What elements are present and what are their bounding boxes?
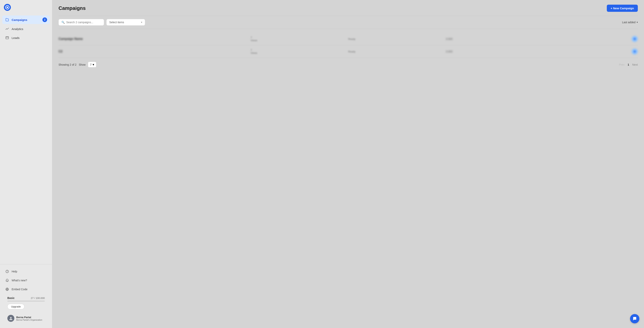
select-items-dropdown[interactable]: Select items ▾ — [106, 19, 145, 25]
sidebar-item-embed-code[interactable]: Embed Code — [2, 285, 50, 293]
show-value: 7 — [90, 63, 92, 66]
action-badge — [632, 48, 638, 55]
select-items-label: Select items — [109, 21, 140, 24]
sort-arrow-icon: ▾ — [637, 21, 638, 24]
show-chevron-icon: ▾ — [92, 63, 94, 66]
sidebar-nav: Campaigns 2 Analytics Leads — [0, 15, 52, 264]
pagination-left: Showing 2 of 2 Show 7 ▾ — [58, 62, 96, 67]
help-icon: ? — [5, 269, 9, 274]
views-cell: 7 Views — [250, 36, 345, 42]
pagination-right: Prev 1 Next — [619, 63, 638, 66]
search-icon: 🔍 — [62, 21, 65, 24]
action-badge — [632, 36, 638, 42]
chat-icon — [632, 317, 637, 321]
plan-name: Basic — [7, 297, 14, 300]
analytics-icon — [5, 27, 9, 31]
logo-circle — [4, 4, 11, 11]
next-page-button[interactable]: Next — [632, 63, 638, 66]
chevron-down-icon: ▾ — [141, 21, 142, 24]
svg-rect-0 — [6, 36, 8, 39]
svg-point-10 — [10, 317, 12, 319]
plan-progress-bar — [7, 301, 45, 302]
sidebar-item-help[interactable]: ? Help — [2, 267, 50, 276]
campaign-name: Campaign Name — [58, 37, 248, 41]
upgrade-button[interactable]: Upgrade — [7, 304, 24, 310]
embed-code-label: Embed Code — [12, 288, 28, 291]
sidebar: Campaigns 2 Analytics Leads — [0, 0, 52, 328]
svg-text:?: ? — [6, 271, 8, 273]
analytics-label: Analytics — [12, 27, 47, 30]
sidebar-item-campaigns[interactable]: Campaigns 2 — [2, 15, 50, 24]
main-header: Campaigns + New Campaign — [52, 0, 644, 16]
new-campaign-button[interactable]: + New Campaign — [607, 5, 638, 12]
status-cell: Ready — [348, 37, 443, 40]
page-number[interactable]: 1 — [628, 63, 629, 66]
plan-usage: 27 / 100.000 — [31, 297, 45, 300]
bell-icon — [5, 278, 9, 283]
page-title: Campaigns — [58, 5, 86, 11]
user-info: Berna Partal Berna Partal's Organization — [16, 316, 42, 321]
table-row: C2 7 Views Ready 3.000 — [58, 45, 638, 58]
count-cell: 3.000 — [446, 50, 540, 53]
views-cell: 7 Views — [250, 49, 345, 54]
search-input[interactable] — [66, 21, 101, 24]
showing-text: Showing 2 of 2 — [58, 63, 76, 66]
user-section[interactable]: Berna Partal Berna Partal's Organization — [5, 313, 48, 324]
chat-button[interactable] — [630, 314, 639, 323]
svg-point-11 — [634, 38, 636, 40]
embed-icon — [5, 287, 9, 292]
action-cell — [543, 48, 638, 55]
user-org: Berna Partal's Organization — [16, 319, 42, 321]
sidebar-item-leads[interactable]: Leads — [2, 34, 50, 42]
name-cell: Campaign Name — [58, 37, 248, 41]
help-label: Help — [12, 270, 17, 273]
main-content: Campaigns + New Campaign 🔍 Select items … — [52, 0, 644, 328]
status-cell: Ready — [348, 50, 443, 53]
campaigns-table: Campaign Name 7 Views Ready 3.000 — [58, 33, 638, 58]
sidebar-item-analytics[interactable]: Analytics — [2, 25, 50, 33]
campaigns-content: 🔍 Select items ▾ Last added ▾ Campaign N… — [52, 16, 644, 328]
leads-label: Leads — [12, 36, 47, 39]
toolbar: 🔍 Select items ▾ Last added ▾ — [58, 19, 638, 29]
header-divider — [58, 16, 638, 16]
show-label: Show — [79, 63, 86, 66]
logo — [0, 4, 52, 15]
svg-point-12 — [634, 50, 636, 53]
campaign-name: C2 — [58, 50, 248, 53]
campaigns-label: Campaigns — [12, 18, 42, 21]
folder-icon — [5, 18, 9, 22]
svg-point-5 — [6, 289, 8, 290]
name-cell: C2 — [58, 50, 248, 53]
sidebar-bottom: ? Help What's new? — [0, 264, 52, 324]
campaigns-badge: 2 — [42, 17, 47, 22]
count-cell: 3.000 — [446, 37, 540, 40]
user-name: Berna Partal — [16, 316, 42, 319]
show-select[interactable]: 7 ▾ — [88, 62, 96, 67]
sidebar-item-whats-new[interactable]: What's new? — [2, 276, 50, 285]
avatar — [7, 315, 14, 322]
plan-section: Basic 27 / 100.000 Upgrade — [5, 294, 48, 312]
sort-label: Last added — [622, 21, 636, 24]
leads-icon — [5, 36, 9, 40]
sort-button[interactable]: Last added ▾ — [622, 21, 638, 24]
table-row: Campaign Name 7 Views Ready 3.000 — [58, 33, 638, 45]
pagination-row: Showing 2 of 2 Show 7 ▾ Prev 1 Next — [58, 58, 638, 71]
whats-new-label: What's new? — [12, 279, 27, 282]
action-cell — [543, 36, 638, 42]
search-box[interactable]: 🔍 — [58, 19, 104, 25]
prev-page-button[interactable]: Prev — [619, 63, 625, 66]
